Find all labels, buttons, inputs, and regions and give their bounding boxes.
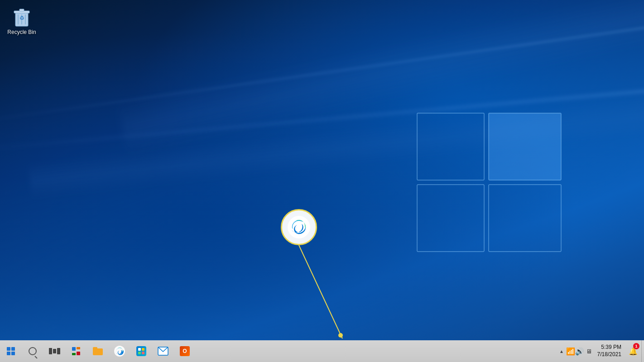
svg-rect-17 [142, 352, 144, 354]
edge-taskbar-button[interactable] [109, 340, 130, 362]
wallpaper [0, 0, 644, 362]
taskbar: O ▲ 📶 🔊 🖥 5:39 PM 7/18/2021 [0, 340, 644, 362]
svg-point-11 [288, 216, 310, 238]
clock-area[interactable]: 5:39 PM 7/18/2021 [593, 340, 625, 362]
store-icon [136, 346, 146, 356]
windows-start-icon [7, 347, 15, 355]
edge-callout-circle [281, 209, 317, 245]
system-tray-area: ▲ 📶 🔊 🖥 5:39 PM 7/18/2021 🔔 1 [557, 340, 644, 362]
clock-date: 7/18/2021 [597, 351, 621, 358]
office-button[interactable]: O [174, 340, 196, 362]
search-icon [29, 347, 37, 355]
wifi-icon: 📶 [566, 347, 575, 356]
mail-button[interactable] [152, 340, 174, 362]
display-button[interactable]: 🖥 [584, 347, 593, 356]
start-button[interactable] [0, 340, 22, 362]
volume-icon: 🔊 [575, 347, 584, 356]
tray-expand-button[interactable]: ▲ [557, 347, 566, 356]
recycle-bin-image: ♻ [11, 5, 33, 27]
clock-time: 5:39 PM [601, 344, 621, 351]
svg-rect-16 [138, 352, 141, 354]
file-explorer-button[interactable] [87, 340, 109, 362]
recycle-bin-label: Recycle Bin [7, 29, 36, 36]
display-icon: 🖥 [586, 348, 592, 355]
mail-icon [158, 347, 168, 356]
task-view-button[interactable] [43, 340, 65, 362]
folder-icon [93, 347, 103, 355]
widgets-button[interactable] [65, 340, 87, 362]
edge-taskbar-icon [114, 345, 125, 357]
notification-button[interactable]: 🔔 1 [625, 340, 641, 362]
office-icon: O [180, 346, 190, 356]
svg-rect-14 [138, 348, 141, 351]
desktop: ♻ Recycle Bin [0, 0, 644, 362]
widgets-icon [72, 347, 80, 355]
recycle-bin-icon[interactable]: ♻ Recycle Bin [4, 4, 40, 38]
edge-callout-icon [287, 215, 311, 239]
svg-rect-15 [142, 348, 144, 351]
store-button[interactable] [130, 340, 152, 362]
search-button[interactable] [22, 340, 43, 362]
chevron-up-icon: ▲ [559, 349, 564, 354]
show-desktop-button[interactable] [641, 340, 644, 362]
svg-text:♻: ♻ [19, 15, 24, 21]
volume-button[interactable]: 🔊 [575, 347, 584, 356]
svg-rect-9 [19, 9, 24, 11]
task-view-icon [49, 348, 60, 354]
notification-badge: 1 [633, 343, 639, 349]
callout-dot [338, 333, 343, 338]
wifi-button[interactable]: 📶 [566, 347, 575, 356]
